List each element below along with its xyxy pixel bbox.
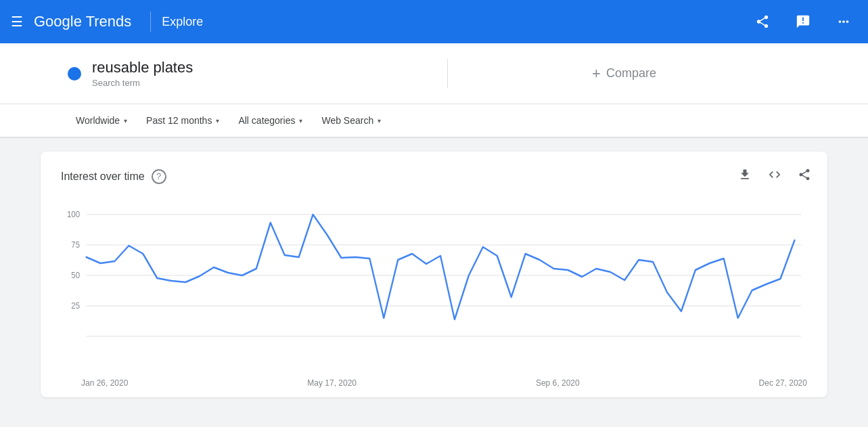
search-type-chevron-icon: ▾ (378, 117, 381, 125)
app-logo: Google Trends (34, 13, 131, 30)
date-label-1: Jan 26, 2020 (81, 378, 128, 388)
trend-chart: 100 75 50 25 (54, 194, 814, 370)
filters-section: Worldwide ▾ Past 12 months ▾ All categor… (0, 104, 868, 138)
date-label-3: Sep 6, 2020 (536, 378, 580, 388)
explore-label: Explore (162, 15, 203, 29)
search-dot (68, 67, 81, 81)
search-term-info: reusable plates Search term (92, 59, 193, 88)
date-label-2: May 17, 2020 (307, 378, 357, 388)
download-icon[interactable] (735, 165, 754, 187)
search-section: reusable plates Search term + Compare (0, 43, 868, 104)
compare-plus-icon: + (592, 65, 601, 83)
chart-title: Interest over time (61, 171, 145, 183)
chart-actions (735, 165, 814, 187)
search-term-text: reusable plates (92, 59, 193, 76)
time-filter-label: Past 12 months (146, 115, 212, 126)
time-filter[interactable]: Past 12 months ▾ (138, 110, 227, 131)
share-icon[interactable] (749, 8, 776, 35)
svg-text:25: 25 (71, 301, 80, 310)
location-chevron-icon: ▾ (124, 117, 127, 125)
location-filter[interactable]: Worldwide ▾ (68, 110, 135, 131)
help-icon[interactable]: ? (152, 169, 166, 184)
embed-icon[interactable] (765, 165, 784, 187)
logo-text: Google Trends (34, 13, 131, 30)
header: ☰ Google Trends Explore (0, 0, 868, 43)
location-filter-label: Worldwide (76, 115, 120, 126)
time-chevron-icon: ▾ (216, 117, 219, 125)
compare-button[interactable]: + Compare (448, 65, 800, 83)
category-filter-label: All categories (238, 115, 295, 126)
svg-text:50: 50 (71, 271, 80, 279)
svg-text:75: 75 (71, 240, 80, 249)
header-icons (749, 8, 857, 35)
menu-icon[interactable]: ☰ (11, 14, 23, 30)
compare-label: Compare (606, 66, 656, 81)
search-type-filter-label: Web Search (321, 115, 373, 126)
date-labels: Jan 26, 2020 May 17, 2020 Sep 6, 2020 De… (41, 373, 827, 390)
category-filter[interactable]: All categories ▾ (230, 110, 311, 131)
header-divider (150, 12, 151, 32)
svg-text:100: 100 (67, 210, 81, 219)
chart-title-area: Interest over time ? (61, 169, 166, 184)
apps-icon[interactable] (830, 8, 857, 35)
chart-wrapper: 100 75 50 25 (41, 194, 827, 373)
category-chevron-icon: ▾ (299, 117, 302, 125)
share-chart-icon[interactable] (795, 165, 814, 187)
feedback-icon[interactable] (790, 8, 817, 35)
search-term-label: Search term (92, 78, 193, 88)
search-term-container: reusable plates Search term (68, 59, 448, 88)
chart-header: Interest over time ? (41, 165, 827, 194)
search-type-filter[interactable]: Web Search ▾ (313, 110, 389, 131)
date-label-4: Dec 27, 2020 (759, 378, 807, 388)
chart-card: Interest over time ? (41, 152, 827, 397)
main-content: Interest over time ? (0, 138, 868, 411)
